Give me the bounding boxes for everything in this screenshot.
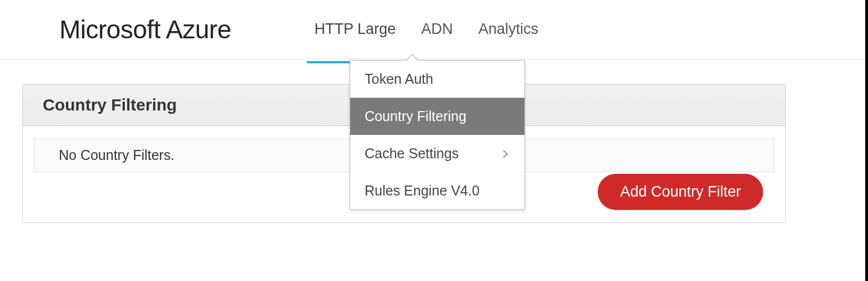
chevron-right-icon: [501, 149, 510, 158]
dropdown-item-country-filtering[interactable]: Country Filtering: [350, 98, 524, 135]
dropdown-item-cache-settings[interactable]: Cache Settings: [350, 135, 524, 172]
main-tabs: HTTP Large ADN Analytics: [315, 21, 539, 39]
add-country-filter-button[interactable]: Add Country Filter: [598, 174, 763, 210]
tab-http-large[interactable]: HTTP Large: [315, 21, 396, 39]
topbar: Microsoft Azure HTTP Large ADN Analytics: [0, 0, 868, 59]
tab-adn[interactable]: ADN: [421, 21, 453, 39]
dropdown-item-label: Cache Settings: [365, 145, 459, 162]
dropdown-item-token-auth[interactable]: Token Auth: [350, 61, 524, 98]
http-large-dropdown: Token Auth Country Filtering Cache Setti…: [350, 60, 525, 210]
dropdown-item-label: Country Filtering: [365, 108, 466, 124]
dropdown-item-rules-engine[interactable]: Rules Engine V4.0: [350, 172, 524, 209]
dropdown-item-label: Rules Engine V4.0: [365, 183, 480, 199]
tab-analytics[interactable]: Analytics: [478, 21, 538, 39]
brand-logo: Microsoft Azure: [59, 14, 231, 44]
dropdown-item-label: Token Auth: [365, 71, 433, 87]
right-edge-border: [865, 0, 868, 281]
